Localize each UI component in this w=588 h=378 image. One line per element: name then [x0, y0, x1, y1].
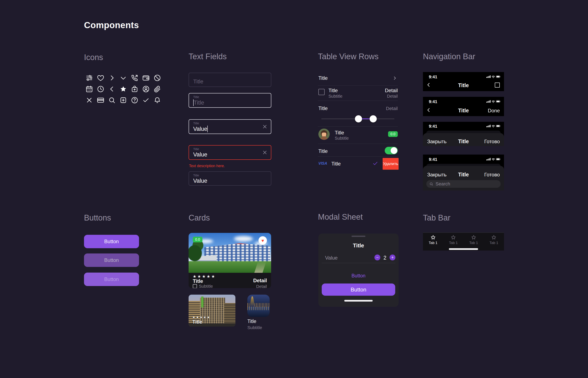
rating-badge: 0.0 — [388, 131, 398, 137]
field-label: Title — [193, 122, 267, 125]
star-icon — [451, 235, 456, 240]
field-value: Value — [193, 126, 207, 132]
checkbox-icon — [193, 284, 197, 288]
text-field-filled-focused[interactable]: Title Value — [188, 119, 271, 134]
status-time: 9:41 — [429, 75, 437, 79]
chevron-left-icon — [106, 83, 118, 94]
row-title: Title — [335, 130, 344, 136]
hotel-sign — [201, 297, 203, 308]
card-detail-secondary: Detail — [256, 284, 267, 288]
square-action-icon[interactable] — [495, 82, 500, 88]
slider-thumb-min[interactable] — [355, 115, 362, 122]
button-pressed[interactable]: Button — [84, 254, 139, 267]
slider-thumb-max[interactable] — [370, 115, 377, 122]
delete-button[interactable]: Удалить — [383, 158, 399, 170]
city-photo-night — [247, 295, 270, 317]
status-icons — [486, 124, 501, 128]
checkmark-icon — [140, 94, 152, 106]
divider — [318, 144, 398, 144]
text-field-error[interactable]: Title Value — [188, 145, 271, 160]
clear-icon[interactable] — [262, 124, 267, 129]
text-field-default[interactable]: Title — [188, 73, 271, 87]
tab-item-1[interactable]: Tab 1 — [423, 233, 443, 251]
row-detail: Detail — [386, 106, 398, 111]
calendar-icon — [84, 83, 95, 94]
checkbox[interactable] — [318, 89, 325, 95]
favorite-button[interactable]: ♥ — [258, 236, 267, 245]
tab-label: Tab 1 — [490, 241, 498, 245]
star-icon — [430, 235, 436, 240]
cards-column: 0.0 ♥ ★★★★★ Title Subtitle Detail Detail… — [188, 233, 273, 332]
done-button[interactable]: Done — [488, 108, 500, 114]
selected-check-icon — [372, 161, 378, 166]
range-slider[interactable] — [321, 119, 394, 119]
field-value: Value — [193, 178, 207, 184]
heart-icon — [95, 72, 106, 83]
search-input[interactable] — [436, 181, 494, 187]
add-square-icon — [118, 94, 129, 106]
card-subtitle-row: Subtitle — [193, 284, 213, 288]
tab-item-4[interactable]: Tab 1 — [484, 233, 504, 251]
sliders-icon — [84, 72, 95, 83]
city-card-small[interactable] — [247, 295, 270, 317]
help-icon — [129, 94, 140, 106]
status-icons — [486, 75, 501, 78]
card-title: Title — [193, 278, 203, 284]
card-title: Title — [192, 319, 211, 325]
divider — [322, 263, 395, 263]
text-caret — [207, 126, 208, 132]
search-bar[interactable] — [426, 180, 501, 188]
status-time: 9:41 — [429, 99, 437, 104]
nav-title: Title — [423, 82, 504, 88]
components-canvas: Components Icons Text Fields Table View … — [0, 0, 588, 378]
primary-button[interactable]: Button — [322, 284, 395, 296]
divider — [318, 85, 398, 86]
home-indicator — [449, 248, 478, 250]
stepper-plus-button[interactable]: + — [389, 255, 395, 260]
button-primary[interactable]: Button — [84, 235, 139, 248]
text-field-focused[interactable]: Title Title — [188, 93, 271, 108]
row-title: Title — [318, 148, 328, 154]
tab-item-2[interactable]: Tab 1 — [443, 233, 464, 251]
navbar-with-done: 9:41 Title Done — [423, 97, 504, 116]
stepper-minus-button[interactable]: − — [374, 255, 380, 260]
hotel-card-medium[interactable]: ★★★★★ Title — [188, 295, 235, 326]
wallet-icon — [140, 72, 152, 83]
credit-card-icon — [95, 94, 106, 106]
stepper-value: 2 — [381, 255, 388, 261]
field-label: Title — [193, 95, 267, 99]
hotel-card-large[interactable]: 0.0 ♥ ★★★★★ Title Subtitle Detail Detail — [188, 233, 271, 288]
tab-item-3[interactable]: Tab 1 — [464, 233, 484, 251]
modal-sheet: Title Value − 2 + Button Button — [318, 233, 399, 307]
avatar — [318, 129, 330, 140]
status-icons — [486, 100, 501, 103]
star-rating: ★★★★★ — [192, 315, 211, 319]
card-overlay: ★★★★★ Title — [192, 315, 211, 325]
card-subtitle: Subtitle — [247, 325, 262, 330]
field-placeholder: Title — [193, 75, 267, 88]
section-heading-tab-bar: Tab Bar — [423, 213, 451, 222]
done-button[interactable]: Готово — [484, 139, 500, 145]
card-title: Title — [247, 319, 256, 324]
profile-icon — [140, 83, 152, 94]
text-field-filled[interactable]: Title Value — [188, 171, 271, 186]
chevron-right-icon — [392, 76, 397, 81]
close-icon — [84, 94, 95, 106]
clear-icon[interactable] — [262, 150, 267, 155]
toggle-switch[interactable] — [385, 147, 398, 154]
card-subtitle: Subtitle — [199, 284, 213, 288]
visa-logo: VISA — [318, 161, 327, 166]
done-button[interactable]: Готово — [484, 172, 500, 178]
block-icon — [152, 72, 163, 83]
row-title: Title — [328, 88, 338, 94]
status-time: 9:41 — [429, 124, 437, 129]
status-icons — [486, 158, 501, 161]
rating-badge: 0.0 — [193, 237, 202, 242]
section-heading-icons: Icons — [84, 53, 103, 62]
search-icon — [429, 182, 433, 186]
section-heading-navigation: Navigation Bar — [423, 52, 475, 61]
home-indicator — [344, 300, 373, 302]
section-heading-buttons: Buttons — [84, 213, 111, 222]
phone-forward-icon — [129, 72, 140, 83]
text-button[interactable]: Button — [318, 273, 399, 279]
